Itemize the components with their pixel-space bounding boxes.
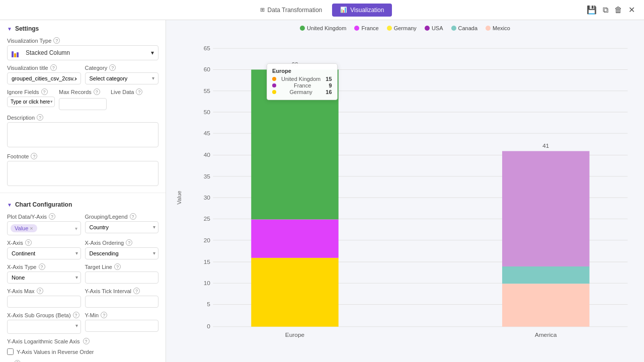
ymin-help[interactable]: ? [101, 312, 107, 318]
plot-grouping-row: Plot Data/Y-Axis ? Value × ▾ Grouping/Le… [0, 211, 166, 237]
y-axis-label: Value [176, 191, 182, 204]
settings-section-header: ▼ Settings [0, 20, 166, 35]
viz-title-help[interactable]: ? [50, 64, 57, 71]
xsub-help[interactable]: ? [73, 312, 79, 318]
plot-data-help[interactable]: ? [49, 213, 55, 220]
plot-data-col: Plot Data/Y-Axis ? Value × ▾ [7, 213, 81, 235]
viz-type-help[interactable]: ? [53, 37, 60, 44]
viz-type-left: Stacked Column [12, 48, 70, 57]
grouping-select[interactable]: Country [85, 221, 159, 233]
ytick-input[interactable] [85, 296, 159, 308]
grouping-label-row: Grouping/Legend ? [85, 213, 159, 220]
ymax-help[interactable]: ? [37, 288, 43, 294]
data-tab-icon: ⊞ [260, 7, 265, 13]
svg-text:50: 50 [204, 109, 210, 115]
category-col: Category ? Select category ▾ [85, 64, 159, 84]
ordering-select[interactable]: Descending [85, 247, 159, 259]
save-button[interactable]: 💾 [586, 4, 598, 16]
svg-text:41: 41 [542, 143, 549, 149]
ignore-fields-help[interactable]: ? [41, 88, 48, 95]
close-button[interactable]: ✕ [627, 4, 636, 16]
tooltip-value-uk: 15 [326, 76, 332, 82]
max-records-help[interactable]: ? [94, 88, 100, 95]
description-row: Description ? [0, 112, 166, 151]
legend-label-uk: United Kingdom [307, 25, 346, 31]
xtype-select[interactable]: None [7, 272, 81, 284]
viz-tab-label: Visualization [350, 7, 384, 14]
america-mexico-bar [502, 284, 589, 327]
legend-dot-canada [451, 26, 456, 31]
category-label-row: Category ? [85, 64, 159, 71]
plot-data-select[interactable]: Value × ▾ [7, 221, 81, 235]
tooltip-dot-france [272, 83, 276, 87]
settings-toggle[interactable]: ▼ [7, 26, 12, 32]
xtype-label: X-Axis Type [7, 264, 37, 270]
ymax-input[interactable] [7, 296, 81, 308]
legend-item-canada: Canada [451, 25, 478, 31]
target-help[interactable]: ? [114, 263, 121, 270]
ignore-fields-select[interactable]: Type or click here [7, 97, 55, 107]
grouping-help[interactable]: ? [130, 213, 136, 220]
viz-tab-icon: 📊 [340, 7, 347, 13]
xsub-select[interactable] [7, 320, 81, 334]
live-data-help[interactable]: ? [136, 88, 142, 95]
xaxis-help[interactable]: ? [25, 239, 32, 246]
viz-title-label: Visualization title [7, 65, 48, 71]
tooltip-label-uk: United Kingdom [281, 76, 320, 82]
yreverse-help[interactable]: ? [14, 360, 21, 363]
ymin-input[interactable] [85, 320, 159, 332]
chart-config-toggle[interactable]: ▼ [7, 202, 12, 208]
viz-type-label: Visualization Type [7, 38, 51, 44]
ytick-label-row: Y-Axis Tick Interval ? [85, 288, 159, 294]
target-line-input[interactable] [85, 272, 159, 284]
footnote-help[interactable]: ? [31, 153, 37, 159]
duplicate-button[interactable]: ⧉ [602, 5, 609, 16]
chart-area: United Kingdom France Germany USA Canada… [166, 20, 644, 362]
max-records-input[interactable] [59, 98, 107, 110]
ordering-help[interactable]: ? [126, 239, 132, 246]
legend-dot-uk [300, 26, 305, 31]
footnote-textarea[interactable] [7, 161, 158, 186]
top-tabs: ⊞ Data Transformation 📊 Visualization [252, 4, 392, 17]
tab-visualization[interactable]: 📊 Visualization [332, 4, 392, 17]
xaxis-col: X-Axis ? Continent ▾ [7, 239, 81, 259]
yreverse-help-row: ? [0, 357, 166, 362]
legend-item-usa: USA [425, 25, 443, 31]
ytick-col: Y-Axis Tick Interval ? [85, 288, 159, 308]
legend-item-germany: Germany [387, 25, 417, 31]
xaxis-select[interactable]: Continent [7, 247, 81, 259]
tab-data-transformation[interactable]: ⊞ Data Transformation [252, 4, 331, 17]
xtype-target-row: X-Axis Type ? None ▾ Target Line ? [0, 261, 166, 286]
yreverse-checkbox[interactable] [7, 348, 14, 355]
delete-button[interactable]: 🗑 [613, 5, 623, 16]
category-help[interactable]: ? [109, 64, 116, 71]
max-records-label: Max Records [59, 89, 92, 95]
xaxis-ordering-row: X-Axis ? Continent ▾ X-Axis Ordering ? [0, 237, 166, 261]
category-label: Category [85, 65, 108, 71]
value-tag-remove[interactable]: × [30, 225, 33, 231]
description-help[interactable]: ? [37, 114, 43, 121]
ylog-help[interactable]: ? [83, 338, 90, 344]
legend-item-mexico: Mexico [486, 25, 510, 31]
plot-data-chevron: ▾ [75, 226, 77, 231]
svg-text:25: 25 [204, 216, 210, 222]
viz-type-select[interactable]: Stacked Column ▾ [7, 45, 158, 60]
divider-1 [0, 193, 166, 193]
ignore-maxrec-live-row: Ignore Fields ? Type or click here ▾ Max… [0, 86, 166, 112]
ytick-help[interactable]: ? [133, 288, 140, 294]
viz-title-input[interactable] [7, 72, 81, 84]
category-select-wrap: Select category ▾ [85, 72, 159, 84]
xtype-help[interactable]: ? [39, 263, 45, 270]
tooltip-row-france: France 9 [272, 82, 332, 88]
svg-text:20: 20 [204, 237, 210, 243]
chart-container: Value 65 60 [166, 33, 644, 362]
description-label: Description [7, 115, 35, 121]
grouping-select-wrap: Country ▾ [85, 221, 159, 233]
category-select[interactable]: Select category [85, 72, 159, 84]
description-textarea[interactable] [7, 122, 158, 147]
legend-label-germany: Germany [394, 25, 417, 31]
settings-label: Settings [15, 25, 39, 32]
max-records-label-row: Max Records ? [59, 88, 107, 95]
ignore-fields-select-wrap: Type or click here ▾ [7, 97, 55, 107]
grouping-label: Grouping/Legend [85, 214, 128, 220]
